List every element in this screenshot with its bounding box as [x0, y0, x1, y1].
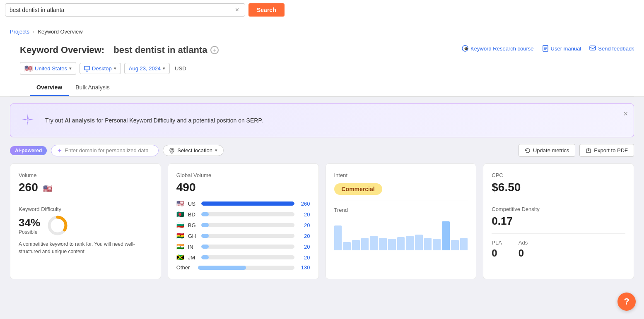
date-filter[interactable]: Aug 23, 2024 ▾ [124, 63, 170, 74]
bg-count: 20 [298, 222, 310, 228]
pla-ads-row: PLA 0 Ads 0 [492, 240, 625, 259]
kd-circle-chart [47, 215, 68, 236]
gh-count: 20 [298, 233, 310, 239]
trend-bar [442, 221, 450, 250]
location-select[interactable]: Select location ▾ [163, 145, 224, 156]
svg-rect-6 [590, 46, 596, 50]
keyword-course-link[interactable]: 🎓 Keyword Research course [462, 45, 533, 52]
other-label: Other [176, 264, 195, 271]
search-button[interactable]: Search [248, 3, 285, 17]
search-clear-icon[interactable]: × [235, 6, 239, 14]
in-code: IN [188, 244, 198, 250]
date-label: Aug 23, 2024 [129, 65, 161, 72]
date-chevron: ▾ [163, 66, 165, 71]
domain-placeholder: Enter domain for personalized data [65, 147, 148, 154]
ai-row: AI-powered ✦ Enter domain for personaliz… [10, 144, 634, 157]
location-label: Select location [177, 147, 212, 154]
jm-flag: 🇯🇲 [176, 254, 185, 261]
bg-flag: 🇧🇬 [176, 221, 185, 229]
domain-input[interactable]: ✦ Enter domain for personalized data [51, 145, 159, 156]
jm-count: 20 [298, 254, 310, 261]
cpc-value: $6.50 [492, 181, 625, 194]
currency-label: USD [175, 65, 186, 72]
pla-item: PLA 0 [492, 240, 502, 259]
trend-bar [397, 237, 405, 250]
svg-rect-7 [84, 66, 89, 70]
country-chevron: ▾ [69, 66, 72, 71]
ads-value: 0 [519, 247, 528, 259]
intent-badge: Commercial [334, 183, 382, 195]
search-input[interactable] [10, 7, 235, 13]
other-count: 130 [298, 264, 310, 271]
tab-overview[interactable]: Overview [30, 80, 69, 96]
trend-label: Trend [334, 207, 468, 213]
graduation-icon: 🎓 [462, 45, 468, 52]
user-manual-link[interactable]: User manual [542, 45, 581, 52]
volume-label: Volume [19, 172, 152, 178]
tab-bulk-analysis[interactable]: Bulk Analysis [69, 80, 116, 96]
trend-bar [334, 225, 342, 250]
trend-bar [343, 242, 351, 250]
country-row-us: 🇺🇸 US 260 [176, 200, 310, 207]
ai-row-right: Update metrics Export to PDF [519, 144, 634, 157]
gh-code: GH [188, 233, 198, 239]
filters-row: 🇺🇸 United States ▾ Desktop ▾ Aug 23, 202… [20, 59, 624, 80]
ai-sparkle-icon [17, 110, 39, 131]
kd-label: Keyword Difficulty [19, 206, 152, 212]
desktop-icon [84, 66, 90, 72]
country-row-bd: 🇧🇩 BD 20 [176, 211, 310, 218]
update-metrics-button[interactable]: Update metrics [519, 144, 575, 157]
ai-banner-text: Try out AI analysis for Personal Keyword… [45, 117, 263, 124]
add-to-list-icon[interactable]: + [210, 46, 219, 54]
us-flag: 🇺🇸 [176, 200, 185, 207]
intent-trend-card: Intent Commercial Trend [326, 163, 477, 279]
country-row-gh: 🇬🇭 GH 20 [176, 232, 310, 240]
cpc-card: CPC $6.50 Competitive Density 0.17 PLA 0… [483, 163, 634, 279]
trend-bar [352, 240, 360, 250]
bd-flag: 🇧🇩 [176, 211, 185, 218]
search-input-wrap: × [5, 3, 245, 17]
bd-code: BD [188, 211, 198, 218]
location-icon [169, 148, 175, 154]
gh-flag: 🇬🇭 [176, 232, 185, 240]
us-count: 260 [298, 201, 310, 207]
location-chevron: ▾ [215, 148, 217, 153]
gv-label: Global Volume [176, 172, 310, 178]
ads-item: Ads 0 [519, 240, 528, 259]
jm-code: JM [188, 254, 198, 261]
ai-banner-close-icon[interactable]: × [623, 110, 628, 118]
page-title-prefix: Keyword Overview: [20, 45, 104, 55]
kd-row: 34% Possible [19, 215, 152, 236]
kd-percent: 34% Possible [19, 216, 40, 235]
top-right-links: 🎓 Keyword Research course User manual Se… [462, 45, 634, 52]
ai-powered-badge: AI-powered [10, 146, 47, 155]
sparkle-icon: ✦ [57, 147, 62, 154]
page-title-keyword: best dentist in atlanta [113, 45, 207, 55]
breadcrumb-current: Keyword Overview [38, 29, 82, 35]
export-icon [586, 148, 591, 154]
country-row-bg: 🇧🇬 BG 20 [176, 221, 310, 229]
in-count: 20 [298, 244, 310, 250]
global-volume-card: Global Volume 490 🇺🇸 US 260 🇧🇩 BD 20 🇧🇬 … [168, 163, 319, 279]
svg-text:🎓: 🎓 [464, 46, 468, 51]
device-label: Desktop [92, 65, 112, 72]
country-flag: 🇺🇸 [24, 65, 33, 72]
trend-bar [370, 236, 378, 250]
trend-bar [406, 236, 414, 250]
device-chevron: ▾ [114, 66, 116, 71]
us-code: US [188, 201, 198, 207]
send-feedback-link[interactable]: Send feedback [589, 45, 634, 52]
volume-value: 260 🇺🇸 [19, 181, 152, 194]
svg-point-12 [171, 149, 173, 151]
export-pdf-button[interactable]: Export to PDF [579, 144, 634, 157]
refresh-icon [525, 148, 531, 154]
breadcrumb-parent[interactable]: Projects [10, 29, 29, 35]
breadcrumb: Projects › Keyword Overview [10, 25, 634, 40]
main-content: Try out AI analysis for Personal Keyword… [0, 97, 644, 286]
device-filter[interactable]: Desktop ▾ [80, 63, 121, 74]
pla-value: 0 [492, 247, 502, 259]
trend-chart [334, 217, 468, 250]
top-area: Projects › Keyword Overview 🎓 Keyword Re… [0, 20, 644, 97]
trend-bar [451, 240, 459, 250]
country-filter[interactable]: 🇺🇸 United States ▾ [20, 62, 76, 75]
